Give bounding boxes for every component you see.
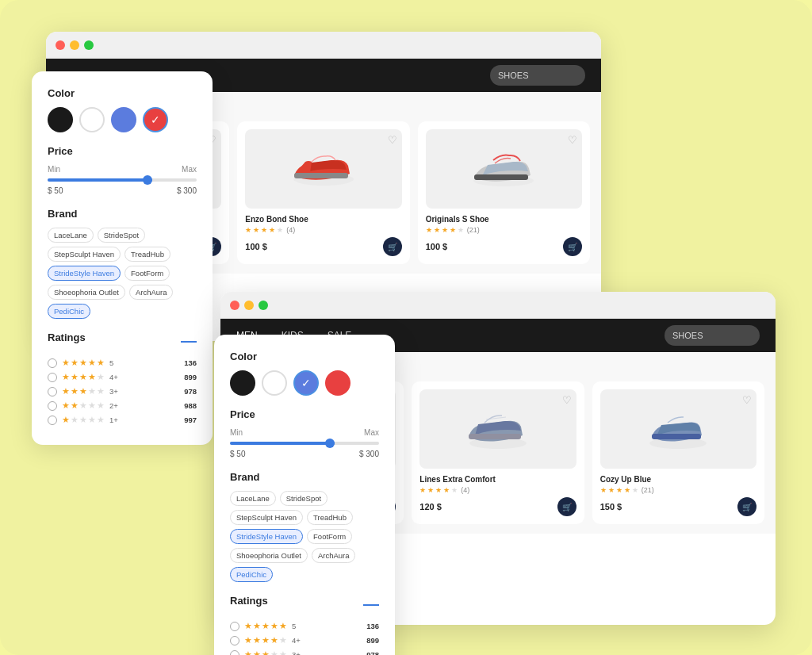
color-options-back: ✓ [48, 107, 197, 132]
color-blue-back[interactable] [111, 107, 136, 132]
brand-shoeophoria-back[interactable]: Shoeophoria Outlet [48, 285, 125, 300]
brand-stridespot-back[interactable]: StrideSpot [98, 228, 145, 243]
product-img-1-3: ♡ [426, 129, 582, 209]
heart-icon-1-3[interactable]: ♡ [568, 134, 577, 146]
review-count-1-2: (4) [286, 226, 295, 234]
rating-num-1-back: 1+ [109, 416, 118, 424]
tl-yellow-1[interactable] [70, 40, 79, 50]
brand-lacelane-front[interactable]: LaceLane [230, 491, 276, 506]
product-name-1-3: Originals S Shoe [426, 215, 582, 224]
tl-red-1[interactable] [56, 40, 65, 50]
rating-radio-3-front[interactable] [230, 650, 239, 656]
brand-archaura-back[interactable]: ArchAura [129, 285, 174, 300]
color-blue-front[interactable]: ✓ [293, 370, 319, 396]
cart-btn-2-3[interactable]: 🛒 [737, 497, 756, 516]
product-price-1-2: 100 $ [245, 242, 267, 251]
brand-shoeophoria-front[interactable]: Shoeophoria Outlet [230, 548, 308, 563]
ratings-label-back: Ratings [48, 331, 86, 343]
checkmark-back: ✓ [151, 113, 160, 126]
brand-tags-front: LaceLane StrideSpot StepSculpt Haven Tre… [230, 491, 379, 582]
rating-num-4-front: 4+ [292, 636, 301, 645]
price-track-back[interactable] [48, 178, 197, 182]
product-card-1-3: ♡ Originals S Shoe ★★★★★ (21) [418, 121, 590, 264]
rating-radio-4-back[interactable] [48, 373, 57, 382]
tl-green-2[interactable] [259, 301, 268, 310]
brand-pedichic-front[interactable]: PediChic [230, 567, 273, 582]
filter-panel-front: Color ✓ Price Min Max $ 50 $ 300 Brand L… [214, 335, 395, 655]
price-labels-front: Min Max [230, 428, 379, 437]
brand-treadhub-front[interactable]: TreadHub [307, 510, 353, 525]
rating-row-1-back: ★★★★★ 1+ 997 [48, 415, 197, 425]
cart-btn-2-2[interactable]: 🛒 [557, 497, 576, 516]
product-card-2-2: ♡ Lines Extra Comfort ★★★★★ (4) [412, 381, 584, 524]
brand-treadhub-back[interactable]: TreadHub [124, 247, 170, 262]
search-box-1[interactable]: SHOES [490, 65, 585, 86]
review-count-1-3: (21) [467, 226, 480, 234]
rating-radio-1-back[interactable] [48, 416, 57, 425]
svg-rect-3 [294, 173, 348, 178]
checkmark-front: ✓ [301, 377, 311, 389]
search-box-2[interactable]: SHOES [665, 325, 760, 346]
rating-radio-5-back[interactable] [48, 358, 57, 368]
ratings-line-back [181, 341, 197, 343]
tl-yellow-2[interactable] [244, 301, 254, 310]
product-footer-1-2: 100 $ 🛒 [245, 237, 401, 256]
brand-footform-back[interactable]: FootForm [124, 266, 170, 281]
price-min-label-back: Min [48, 165, 60, 174]
titlebar-1 [46, 32, 601, 59]
price-fill-back [48, 178, 152, 182]
price-min-label-front: Min [230, 428, 243, 437]
color-white-back[interactable] [79, 107, 105, 132]
product-img-2-2: ♡ [419, 389, 576, 469]
color-white-front[interactable] [262, 370, 287, 396]
heart-icon-2-2[interactable]: ♡ [562, 394, 572, 406]
titlebar-2 [220, 292, 776, 319]
rating-radio-3-back[interactable] [48, 387, 57, 396]
price-thumb-back[interactable] [143, 175, 152, 185]
brand-archaura-front[interactable]: ArchAura [312, 548, 356, 563]
search-text-2: SHOES [672, 331, 703, 340]
heart-icon-1-2[interactable]: ♡ [388, 134, 397, 146]
brand-stepsculpt-front[interactable]: StepSculpt Haven [230, 510, 303, 525]
color-red-front[interactable] [325, 370, 350, 396]
rating-count-4-back: 899 [184, 373, 197, 381]
price-min-val-back: $ 50 [48, 186, 63, 195]
price-max-label-back: Max [182, 165, 197, 174]
brand-label-front: Brand [230, 471, 379, 483]
heart-icon-2-3[interactable]: ♡ [742, 394, 752, 406]
brand-stridestyle-front[interactable]: StrideStyle Haven [230, 529, 303, 544]
cart-btn-1-3[interactable]: 🛒 [563, 237, 582, 256]
rating-radio-5-front[interactable] [230, 622, 239, 631]
color-black-back[interactable] [48, 107, 73, 132]
product-img-2-3: ♡ [600, 389, 756, 469]
price-thumb-front[interactable] [325, 439, 335, 448]
brand-lacelane-back[interactable]: LaceLane [48, 228, 94, 243]
brand-stridestyle-back[interactable]: StrideStyle Haven [48, 266, 121, 281]
tl-green-1[interactable] [84, 40, 94, 50]
rating-row-3-back: ★★★★★ 3+ 978 [48, 386, 197, 396]
brand-stridespot-front[interactable]: StrideSpot [280, 491, 327, 506]
rating-radio-2-back[interactable] [48, 401, 57, 411]
review-count-2-2: (4) [461, 486, 469, 494]
brand-stepsculpt-back[interactable]: StepSculpt Haven [48, 247, 121, 262]
price-track-front[interactable] [230, 442, 379, 445]
product-price-2-2: 120 $ [419, 502, 442, 511]
color-black-front[interactable] [230, 370, 255, 396]
price-max-val-back: $ 300 [177, 186, 197, 195]
rating-row-4-back: ★★★★★ 4+ 899 [48, 372, 197, 382]
price-max-val-front: $ 300 [359, 450, 379, 458]
tl-red-2[interactable] [230, 301, 239, 310]
ratings-header-back: Ratings [48, 331, 197, 351]
cart-btn-1-2[interactable]: 🛒 [383, 237, 402, 256]
product-footer-1-3: 100 $ 🛒 [426, 237, 582, 256]
svg-rect-5 [474, 174, 528, 180]
brand-pedichic-back[interactable]: PediChic [48, 304, 90, 319]
ratings-list-back: ★★★★★ 5 136 ★★★★★ 4+ 899 ★★★★★ 3+ 978 ★★… [48, 358, 197, 425]
color-red-back[interactable]: ✓ [143, 107, 168, 132]
rating-num-3-front: 3+ [292, 650, 301, 655]
price-values-front: $ 50 $ 300 [230, 450, 379, 458]
rating-radio-4-front[interactable] [230, 636, 239, 645]
shoe-svg-1-2 [288, 147, 359, 191]
brand-footform-front[interactable]: FootForm [307, 529, 352, 544]
price-section-back: Price Min Max $ 50 $ 300 [48, 145, 197, 195]
